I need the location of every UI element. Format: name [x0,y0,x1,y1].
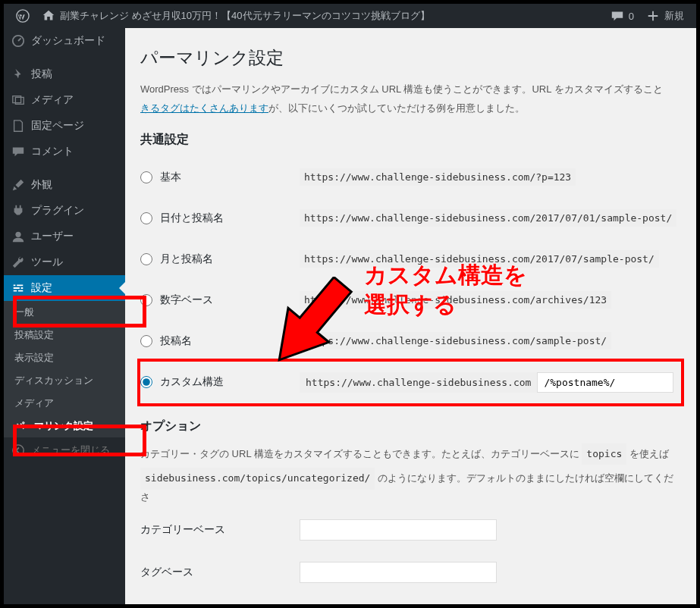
option-default-code: https://www.challenge-sidebusiness.com/?… [300,168,576,186]
option-postname: 投稿名 https://www.challenge-sidebusiness.c… [140,321,681,362]
svg-point-3 [13,445,24,456]
admin-bar: 副業チャレンジ めざせ月収10万円！【40代元サラリーマンのコツコツ挑戦ブログ】… [4,4,696,28]
pin-icon [11,67,25,81]
sidebar-item-label: ユーザー [31,230,74,243]
option-numeric-label[interactable]: 数字ベース [140,293,292,307]
category-base-row: カテゴリーベース [140,509,681,551]
sidebar-item-dashboard[interactable]: ダッシュボード [4,28,125,54]
option-day-name: 日付と投稿名 https://www.challenge-sidebusines… [140,198,681,239]
option-month-name: 月と投稿名 https://www.challenge-sidebusiness… [140,239,681,280]
sidebar-item-comments[interactable]: コメント [4,139,125,165]
dashboard-icon [11,34,25,48]
comments-link[interactable]: 0 [604,4,640,28]
sidebar-item-users[interactable]: ユーザー [4,224,125,249]
radio-day-name[interactable] [140,212,152,224]
category-base-label: カテゴリーベース [140,509,300,551]
option-month-name-label[interactable]: 月と投稿名 [140,252,292,266]
site-link[interactable]: 副業チャレンジ めざせ月収10万円！【40代元サラリーマンのコツコツ挑戦ブログ】 [36,4,436,28]
wrench-icon [11,255,25,269]
optional-table: カテゴリーベース タグベース [140,509,681,594]
submenu-reading[interactable]: 表示設定 [4,346,125,369]
comments-count: 0 [629,11,634,22]
custom-structure-input[interactable] [537,372,673,393]
page-title: パーマリンク設定 [140,46,681,70]
option-day-name-code: https://www.challenge-sidebusiness.com/2… [300,209,676,227]
topics-url-code: sidebusiness.com/topics/uncategorized/ [140,468,375,490]
option-numeric-code: https://www.challenge-sidebusiness.com/a… [300,291,611,309]
submenu-discussion[interactable]: ディスカッション [4,369,125,392]
sliders-icon [11,281,25,295]
brush-icon [11,178,25,192]
sidebar-item-label: ダッシュボード [31,34,105,48]
site-title-text: 副業チャレンジ めざせ月収10万円！【40代元サラリーマンのコツコツ挑戦ブログ】 [60,9,430,23]
collapse-menu[interactable]: メニューを閉じる [4,437,125,463]
submenu-general[interactable]: 一般 [4,301,125,324]
sidebar-item-label: プラグイン [31,204,84,218]
sidebar-item-label: コメント [31,145,74,158]
collapse-icon [11,443,25,457]
option-custom: カスタム構造 https://www.challenge-sidebusines… [140,362,681,403]
sidebar-item-posts[interactable]: 投稿 [4,61,125,87]
new-content-link[interactable]: 新規 [640,4,690,28]
option-default: 基本 https://www.challenge-sidebusiness.co… [140,157,681,198]
collapse-label: メニューを閉じる [31,443,110,457]
option-description-2: sidebusiness.com/topics/uncategorized/ の… [140,468,681,506]
tag-base-label: タグベース [140,551,300,594]
tag-base-row: タグベース [140,551,681,594]
page-description-2: きるタグはたくさんありますが、以下にいくつか試していただける例を用意しました。 [140,101,681,117]
radio-postname[interactable] [140,335,152,347]
radio-custom[interactable] [140,376,152,388]
svg-point-0 [17,10,29,22]
sidebar-item-label: 外観 [31,178,52,192]
sidebar-item-label: メディア [31,93,74,107]
settings-submenu: 一般 投稿設定 表示設定 ディスカッション メディア パーマリンク設定 [4,301,125,437]
admin-sidebar: ダッシュボード 投稿 メディア 固定ページ コメント 外観 プラグイン [4,28,125,604]
option-custom-label[interactable]: カスタム構造 [140,375,292,389]
submenu-writing[interactable]: 投稿設定 [4,324,125,346]
tag-base-input[interactable] [300,562,497,583]
common-settings-heading: 共通設定 [140,132,681,148]
topics-code: topics [582,443,626,465]
sidebar-item-label: 投稿 [31,67,52,81]
category-base-input[interactable] [300,519,497,541]
page-icon [11,119,25,133]
option-day-name-label[interactable]: 日付と投稿名 [140,212,292,225]
tags-link[interactable]: きるタグはたくさんあります [140,102,268,114]
svg-point-2 [15,232,20,237]
home-icon [42,9,55,23]
radio-default[interactable] [140,171,152,183]
sidebar-item-appearance[interactable]: 外観 [4,172,125,198]
submenu-permalink[interactable]: パーマリンク設定 [4,415,125,437]
option-default-label[interactable]: 基本 [140,171,292,184]
option-heading: オプション [140,418,681,434]
option-month-name-code: https://www.challenge-sidebusiness.com/2… [300,250,659,268]
sidebar-item-label: 固定ページ [31,119,84,133]
sidebar-item-label: ツール [31,255,63,269]
comment-icon [611,9,624,23]
option-postname-label[interactable]: 投稿名 [140,334,292,348]
new-label: 新規 [664,9,684,23]
sidebar-item-settings[interactable]: 設定 [4,275,125,301]
sidebar-item-pages[interactable]: 固定ページ [4,113,125,139]
permalink-options-table: 基本 https://www.challenge-sidebusiness.co… [140,157,681,403]
wordpress-icon [16,9,30,23]
sidebar-item-label: 設定 [31,281,52,295]
option-postname-code: https://www.challenge-sidebusiness.com/s… [300,332,611,349]
comment-icon [11,145,25,158]
submenu-media[interactable]: メディア [4,392,125,415]
plugin-icon [11,204,25,218]
user-icon [11,230,25,243]
custom-url-prefix: https://www.challenge-sidebusiness.com [300,372,537,393]
sidebar-item-tools[interactable]: ツール [4,249,125,275]
main-content: パーマリンク設定 WordPress ではパーマリンクやアーカイブにカスタム U… [125,28,696,604]
plus-icon [646,9,660,23]
option-description: カテゴリー・タグの URL 構造をカスタマイズすることもできます。たとえば、カテ… [140,443,681,465]
page-description: WordPress ではパーマリンクやアーカイブにカスタム URL 構造も使うこ… [140,82,681,98]
sidebar-item-plugins[interactable]: プラグイン [4,198,125,224]
radio-numeric[interactable] [140,294,152,306]
option-numeric: 数字ベース https://www.challenge-sidebusiness… [140,280,681,321]
sidebar-item-media[interactable]: メディア [4,87,125,113]
media-icon [11,93,25,107]
wp-logo[interactable] [10,4,36,28]
radio-month-name[interactable] [140,253,152,265]
